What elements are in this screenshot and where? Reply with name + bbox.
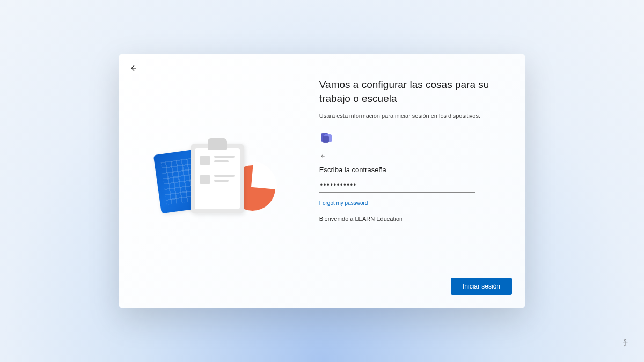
illustration-panel: [119, 54, 314, 308]
work-school-illustration: [157, 133, 275, 230]
setup-dialog: Vamos a configurar las cosas para su tra…: [119, 54, 525, 308]
clipboard-icon: [191, 138, 244, 213]
form-back-button[interactable]: [319, 153, 507, 159]
password-input[interactable]: [319, 179, 475, 193]
page-title: Vamos a configurar las cosas para su tra…: [319, 78, 507, 105]
signin-button[interactable]: Iniciar sesión: [451, 278, 512, 295]
forgot-password-link[interactable]: Forgot my password: [319, 200, 507, 206]
org-logo-icon: [319, 132, 332, 143]
welcome-message: Bienvenido a LEARN Education: [319, 216, 507, 222]
svg-point-0: [625, 339, 626, 341]
action-bar: Iniciar sesión: [451, 278, 512, 295]
back-button[interactable]: [127, 62, 140, 75]
arrow-left-icon: [129, 64, 137, 72]
accessibility-icon[interactable]: [620, 338, 631, 349]
arrow-left-icon: [319, 153, 326, 159]
password-label: Escriba la contraseña: [319, 166, 507, 174]
page-subtitle: Usará esta información para iniciar sesi…: [319, 113, 507, 119]
form-panel: Vamos a configurar las cosas para su tra…: [314, 54, 525, 308]
